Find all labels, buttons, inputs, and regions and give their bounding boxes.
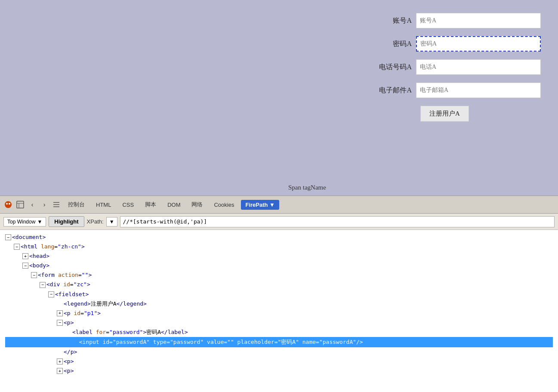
tab-firepath[interactable]: FirePath ▼ <box>241 200 279 210</box>
submit-button[interactable]: 注册用户A <box>420 106 469 122</box>
forward-button[interactable]: › <box>40 200 49 209</box>
tab-console[interactable]: 控制台 <box>64 199 89 210</box>
tree-node-fieldset: − <fieldset> <box>5 290 553 299</box>
tree-node-legend: <legend>注册用户A</legend> <box>5 299 553 309</box>
tree-node-p3: + <p> <box>5 357 553 366</box>
input-email[interactable] <box>416 83 541 98</box>
tab-css[interactable]: CSS <box>118 200 138 210</box>
label-account: 账号A <box>377 16 416 25</box>
svg-point-2 <box>9 203 10 205</box>
toggle-p1[interactable]: + <box>57 310 63 316</box>
tree-node-close-p: </p> <box>5 347 553 357</box>
toggle-div-zc[interactable]: − <box>40 282 46 288</box>
field-account: 账号A <box>377 13 541 28</box>
xpath-type-dropdown[interactable]: ▼ <box>106 217 117 227</box>
svg-rect-3 <box>17 201 24 208</box>
tree-node-label-password: <label for="password">密码A</label> <box>5 328 553 337</box>
tree-node-html: − <html lang="zh-cn"> <box>5 242 553 251</box>
field-password: 密码A <box>377 36 541 52</box>
toggle-body[interactable]: − <box>22 263 28 269</box>
label-email: 电子邮件A <box>377 86 416 95</box>
toggle-p-password[interactable]: − <box>57 320 63 326</box>
tree-node-body: − <body> <box>5 261 553 270</box>
back-button[interactable]: ‹ <box>28 200 37 209</box>
field-email: 电子邮件A <box>377 83 541 98</box>
toggle-p4[interactable]: + <box>57 368 63 374</box>
input-account[interactable] <box>416 13 541 28</box>
toggle-fieldset[interactable]: − <box>48 291 54 297</box>
form-panel: 账号A 密码A 电话号码A 电子邮件A 注册用户A <box>369 9 549 187</box>
window-selector-label: Top Window <box>7 219 35 225</box>
input-password[interactable] <box>416 36 541 52</box>
tree-node-document: − <document> <box>5 233 553 242</box>
input-phone[interactable] <box>416 59 541 75</box>
xpath-input[interactable] <box>120 216 555 227</box>
tab-network[interactable]: 网络 <box>187 199 207 210</box>
window-selector[interactable]: Top Window ▼ <box>3 217 46 227</box>
tab-dom[interactable]: DOM <box>163 200 185 210</box>
svg-point-1 <box>6 203 8 205</box>
xpath-type-label: ▼ <box>109 219 114 225</box>
tree-node-p-password: − <p> <box>5 318 553 328</box>
toggle-html[interactable]: − <box>14 244 20 250</box>
tree-node-input-password[interactable]: <input id="passwordA" type="password" va… <box>5 337 553 347</box>
toggle-document[interactable]: − <box>5 234 11 240</box>
dom-tree: − <document> − <html lang="zh-cn"> + <he… <box>0 230 558 378</box>
tree-node-form: − <form action=""> <box>5 270 553 280</box>
window-selector-arrow: ▼ <box>37 219 42 225</box>
browser-preview: 账号A 密码A 电话号码A 电子邮件A 注册用户A Span tagName <box>0 0 558 196</box>
tab-cookies[interactable]: Cookies <box>210 200 238 210</box>
field-phone: 电话号码A <box>377 59 541 75</box>
tree-node-p1: + <p id="p1"> <box>5 309 553 318</box>
label-password: 密码A <box>377 40 416 49</box>
tree-node-p4: + <p> <box>5 366 553 376</box>
xpath-label: XPath: <box>87 218 104 225</box>
toggle-form[interactable]: − <box>31 272 37 278</box>
tree-node-div-zc: − <div id="zc"> <box>5 280 553 289</box>
firebug-icon[interactable] <box>3 200 13 209</box>
expand-icon[interactable] <box>52 200 61 209</box>
highlight-button[interactable]: Highlight <box>49 216 84 227</box>
submit-row: 注册用户A <box>377 106 541 122</box>
firepath-bar: Top Window ▼ Highlight XPath: ▼ <box>0 214 558 230</box>
svg-point-0 <box>5 201 12 208</box>
span-tagname-text: Span tagName <box>288 184 326 191</box>
toggle-head[interactable]: + <box>22 253 28 259</box>
firebug-toolbar: ‹ › 控制台 HTML CSS 脚本 DOM 网络 Cookies FireP… <box>0 196 558 214</box>
tree-node-head: + <head> <box>5 251 553 261</box>
toggle-p3[interactable]: + <box>57 358 63 364</box>
label-phone: 电话号码A <box>377 63 416 72</box>
tab-html[interactable]: HTML <box>92 200 115 210</box>
tab-script[interactable]: 脚本 <box>141 199 160 210</box>
inspect-icon[interactable] <box>15 200 25 209</box>
